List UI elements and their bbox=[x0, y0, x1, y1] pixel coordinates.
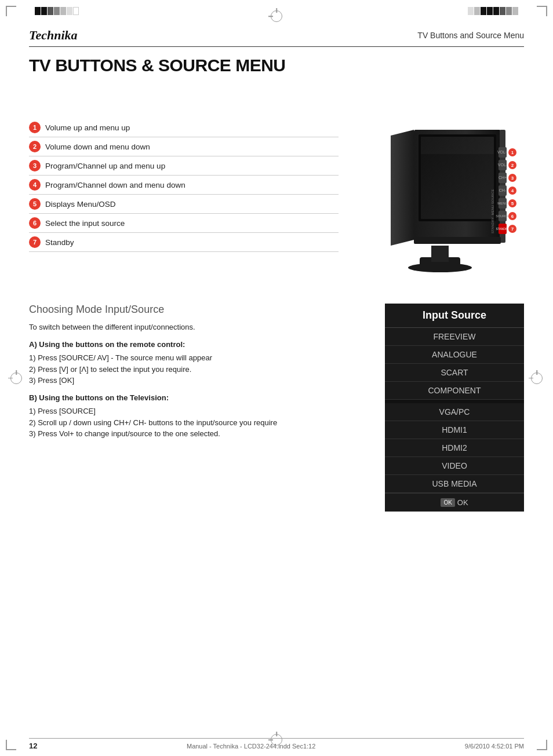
source-item-hdmi1: HDMI1 bbox=[385, 421, 524, 439]
button-num-5: 5 bbox=[29, 198, 41, 210]
strip-marks-tl bbox=[35, 7, 79, 15]
source-item-component: COMPONENT bbox=[385, 382, 524, 400]
list-item: 3 Program/Channel up and menu up bbox=[29, 156, 339, 176]
bottom-section: Choosing Mode Input/Source To switch bet… bbox=[29, 304, 524, 512]
svg-rect-39 bbox=[414, 237, 501, 244]
choosing-mode-title: Choosing Mode Input/Source bbox=[29, 304, 368, 316]
button-label-7: Standby bbox=[45, 238, 74, 247]
source-item-scart: SCART bbox=[385, 364, 524, 382]
button-num-1: 1 bbox=[29, 122, 41, 133]
button-num-2: 2 bbox=[29, 141, 41, 152]
button-label-4: Program/Channel down and menu down bbox=[45, 181, 185, 189]
ok-icon: OK bbox=[441, 498, 454, 507]
page-number: 12 bbox=[29, 742, 37, 750]
svg-text:VOL+: VOL+ bbox=[497, 150, 508, 154]
svg-text:7: 7 bbox=[511, 227, 514, 232]
button-label-5: Displays Menu/OSD bbox=[45, 200, 116, 209]
section-a-steps: 1) Press [SOURCE/ AV] - The source menu … bbox=[29, 352, 368, 386]
svg-text:3: 3 bbox=[511, 176, 514, 181]
source-item-hdmi2: HDMI2 bbox=[385, 439, 524, 457]
svg-text:6: 6 bbox=[511, 214, 514, 219]
button-num-7: 7 bbox=[29, 236, 41, 248]
button-label-6: Select the input source bbox=[45, 219, 125, 228]
crosshair-top bbox=[271, 10, 282, 22]
header-title: TV Buttons and Source Menu bbox=[417, 31, 524, 40]
strip-marks-tr bbox=[468, 7, 518, 15]
file-info: Manual - Technika - LCD32-244.indd Sec1:… bbox=[187, 743, 315, 750]
input-source-panel: Input Source FREEVIEW ANALOGUE SCART COM… bbox=[385, 304, 524, 512]
corner-mark-br bbox=[537, 740, 547, 750]
button-label-2: Volume down and menu down bbox=[45, 143, 150, 151]
section-b-steps: 1) Press [SOURCE]2) Scroll up / down usi… bbox=[29, 406, 368, 440]
button-num-6: 6 bbox=[29, 217, 41, 229]
tv-svg: VOL+ VOL- CH+ CH- MENU bbox=[356, 101, 518, 275]
button-label-3: Program/Channel up and menu up bbox=[45, 162, 165, 170]
svg-rect-2 bbox=[431, 246, 449, 262]
list-item: 7 Standby bbox=[29, 233, 339, 252]
source-item-video: VIDEO bbox=[385, 457, 524, 475]
list-item: 1 Volume up and menu up bbox=[29, 118, 339, 137]
crosshair-left bbox=[10, 372, 22, 384]
section-a-heading: A) Using the buttons on the remote contr… bbox=[29, 339, 368, 350]
corner-mark-tr bbox=[537, 6, 547, 16]
panel-title: Input Source bbox=[385, 304, 524, 328]
crosshair-right bbox=[531, 372, 543, 384]
source-item-usb: USB MEDIA bbox=[385, 475, 524, 493]
button-num-4: 4 bbox=[29, 179, 41, 191]
svg-text:STANDBY: STANDBY bbox=[496, 227, 510, 231]
list-item: 2 Volume down and menu down bbox=[29, 137, 339, 156]
svg-text:2: 2 bbox=[511, 163, 514, 168]
svg-marker-3 bbox=[391, 130, 414, 246]
svg-text:STANDBY: STANDBY bbox=[491, 217, 494, 233]
buttons-list: 1 Volume up and menu up 2 Volume down an… bbox=[29, 89, 339, 275]
page: Technika TV Buttons and Source Menu TV B… bbox=[0, 0, 553, 756]
source-item-analogue: ANALOGUE bbox=[385, 346, 524, 364]
corner-mark-bl bbox=[6, 740, 16, 750]
list-item: 6 Select the input source bbox=[29, 214, 339, 233]
svg-text:5: 5 bbox=[511, 201, 514, 206]
timestamp: 9/6/2010 4:52:01 PM bbox=[465, 743, 524, 750]
svg-text:MENU: MENU bbox=[497, 202, 508, 205]
button-label-1: Volume up and menu up bbox=[45, 123, 130, 132]
svg-text:1: 1 bbox=[511, 150, 514, 155]
corner-mark-tl bbox=[6, 6, 16, 16]
list-item: 5 Displays Menu/OSD bbox=[29, 195, 339, 214]
svg-text:SOURCE: SOURCE bbox=[496, 214, 510, 218]
footer: 12 Manual - Technika - LCD32-244.indd Se… bbox=[29, 738, 524, 750]
svg-text:MENU  SOURCE: MENU SOURCE bbox=[491, 189, 494, 215]
list-item: 4 Program/Channel down and menu down bbox=[29, 176, 339, 195]
page-title: TV BUTTONS & SOURCE MENU bbox=[29, 56, 524, 75]
main-content: TV BUTTONS & SOURCE MENU 1 Volume up and… bbox=[29, 46, 524, 721]
choosing-mode-intro: To switch between the different input/co… bbox=[29, 322, 368, 333]
section-b-heading: B) Using the buttons on the Television: bbox=[29, 392, 368, 404]
svg-text:4: 4 bbox=[511, 188, 514, 193]
header: Technika TV Buttons and Source Menu bbox=[29, 28, 524, 47]
source-item-vgapc: VGA/PC bbox=[385, 403, 524, 421]
brand-logo: Technika bbox=[29, 28, 78, 43]
svg-text:CH+: CH+ bbox=[499, 176, 507, 180]
svg-text:CH-: CH- bbox=[499, 188, 507, 192]
svg-rect-7 bbox=[421, 137, 494, 154]
button-num-3: 3 bbox=[29, 160, 41, 171]
svg-text:VOL-: VOL- bbox=[498, 163, 508, 167]
ok-label: OK bbox=[457, 498, 468, 507]
source-item-freeview: FREEVIEW bbox=[385, 328, 524, 346]
tv-image-area: VOL+ VOL- CH+ CH- MENU bbox=[350, 89, 524, 275]
choosing-mode: Choosing Mode Input/Source To switch bet… bbox=[29, 304, 368, 512]
top-section: 1 Volume up and menu up 2 Volume down an… bbox=[29, 89, 524, 275]
panel-ok: OK OK bbox=[385, 493, 524, 512]
